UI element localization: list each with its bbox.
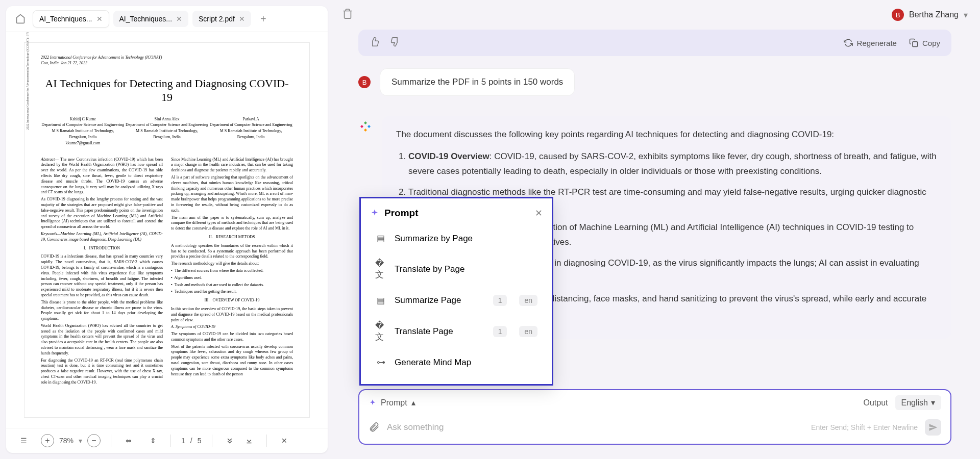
tab-label: AI_Techniques... — [119, 15, 173, 23]
user-name: Bertha Zhang — [909, 10, 959, 19]
close-icon[interactable]: ✕ — [176, 15, 182, 23]
prompt-item-translate-page[interactable]: �文 Translate Page 1 en — [370, 313, 543, 350]
tab-1[interactable]: AI_Techniques... ✕ — [33, 10, 109, 28]
close-button[interactable]: ✕ — [277, 434, 291, 448]
caret-up-icon: ▴ — [411, 398, 415, 407]
list-item: COVID-19 Overview: COVID-19, caused by S… — [408, 149, 937, 179]
page-badge: 1 — [493, 326, 507, 337]
output-label: Output — [863, 398, 888, 407]
tab-bar: AI_Techniques... ✕ AI_Techniques... ✕ Sc… — [6, 6, 328, 32]
toc-button[interactable]: ☰ — [16, 434, 31, 448]
translate-icon: �文 — [375, 320, 386, 343]
ai-intro: The document discusses the following key… — [396, 128, 937, 142]
page-total: 5 — [198, 437, 202, 445]
top-bar: B Bertha Zhang ▾ — [336, 6, 974, 23]
chevron-down-icon: ▾ — [964, 10, 968, 20]
user-message: Summarize the PDF in 5 points in 150 wor… — [380, 68, 575, 96]
doc-conference: 2022 International Conference for Advanc… — [41, 55, 293, 66]
user-message-row: B Summarize the PDF in 5 points in 150 w… — [358, 68, 951, 96]
pdf-toolbar: ☰ + 78% ▾ − ⇔ ⇕ 1 / 5 ✕ — [6, 428, 328, 453]
doc-icon: ▤ — [375, 233, 386, 244]
close-icon[interactable]: ✕ — [535, 208, 543, 219]
prompt-item-summarize-page[interactable]: ▤ Summarize Page 1 en — [370, 288, 543, 313]
input-hint: Enter Send; Shift + Enter Newline — [811, 423, 918, 431]
prompt-item-summarize-by-page[interactable]: ▤ Summarize by Page — [370, 226, 543, 251]
lang-badge: en — [519, 295, 537, 306]
regenerate-button[interactable]: Regenerate — [844, 38, 897, 47]
chat-input[interactable] — [387, 422, 804, 432]
language-select[interactable]: English ▾ — [895, 395, 941, 410]
prompt-btn-label: Prompt — [381, 398, 407, 407]
ai-avatar — [358, 119, 373, 134]
tab-2[interactable]: AI_Techniques... ✕ — [113, 11, 189, 27]
doc-authors: Kshitij C KurneDepartment of Computer Sc… — [41, 117, 293, 147]
doc-sidebar-text: 2022 International Conference for Advanc… — [26, 32, 30, 130]
tab-label: Script 2.pdf — [199, 15, 235, 23]
chevron-down-icon: ▾ — [931, 398, 935, 407]
fit-width-button[interactable]: ⇔ — [121, 434, 136, 448]
doc-title: AI Techniques for Detecting and Diagnosi… — [41, 76, 293, 105]
attach-button[interactable] — [369, 421, 380, 434]
user-menu[interactable]: B Bertha Zhang ▾ — [892, 9, 968, 21]
delete-button[interactable] — [342, 8, 353, 21]
page-badge: 1 — [493, 295, 507, 306]
tab-label: AI_Techniques... — [39, 15, 92, 23]
avatar: B — [892, 9, 904, 21]
doc-icon: ▤ — [375, 295, 386, 306]
input-section: Prompt ▴ Prompt ✕ ▤ S — [336, 389, 974, 453]
zoom-out-button[interactable]: − — [87, 434, 101, 447]
page-last-button[interactable] — [242, 434, 256, 448]
document-page: 2022 International Conference for Advanc… — [24, 42, 310, 418]
input-header: Prompt ▴ Prompt ✕ ▤ S — [359, 390, 950, 413]
prompt-item-translate-by-page[interactable]: �文 Translate by Page — [370, 251, 543, 288]
chat-panel: B Bertha Zhang ▾ Regenerate — [336, 6, 974, 453]
avatar: B — [358, 76, 371, 88]
close-icon[interactable]: ✕ — [96, 15, 103, 23]
prompt-menu-toggle[interactable]: Prompt ▴ — [369, 398, 415, 407]
thumbs-up-button[interactable] — [370, 37, 380, 49]
prompt-menu: Prompt ✕ ▤ Summarize by Page �文 Translat… — [359, 197, 553, 386]
add-tab-button[interactable]: + — [255, 11, 272, 27]
home-button[interactable] — [12, 11, 29, 27]
translate-icon: �文 — [375, 258, 386, 280]
tab-3[interactable]: Script 2.pdf ✕ — [192, 11, 251, 27]
input-box: Prompt ▴ Prompt ✕ ▤ S — [358, 389, 951, 445]
lang-badge: en — [519, 326, 537, 337]
svg-rect-0 — [913, 42, 918, 47]
prompt-item-mind-map[interactable]: ⊶ Generate Mind Map — [370, 350, 543, 375]
close-icon[interactable]: ✕ — [239, 15, 245, 23]
fit-height-button[interactable]: ⇕ — [146, 434, 160, 448]
page-down-button[interactable] — [223, 434, 237, 448]
zoom-in-button[interactable]: + — [41, 434, 54, 447]
message-actions: Regenerate Copy — [358, 30, 951, 56]
zoom-value: 78% — [59, 437, 74, 445]
doc-body: Abstract— The new Coronavirus infection … — [41, 157, 293, 386]
regenerate-label: Regenerate — [857, 39, 897, 47]
thumbs-down-button[interactable] — [390, 37, 400, 49]
prompt-menu-title: Prompt — [384, 208, 419, 219]
page-current: 1 — [181, 437, 185, 445]
mindmap-icon: ⊶ — [375, 357, 386, 368]
chevron-down-icon[interactable]: ▾ — [79, 437, 82, 445]
pdf-viewer-panel: AI_Techniques... ✕ AI_Techniques... ✕ Sc… — [6, 6, 328, 453]
copy-button[interactable]: Copy — [909, 38, 940, 47]
send-button[interactable] — [925, 419, 941, 436]
document-viewport[interactable]: 2022 International Conference for Advanc… — [6, 32, 328, 428]
copy-label: Copy — [922, 39, 940, 47]
